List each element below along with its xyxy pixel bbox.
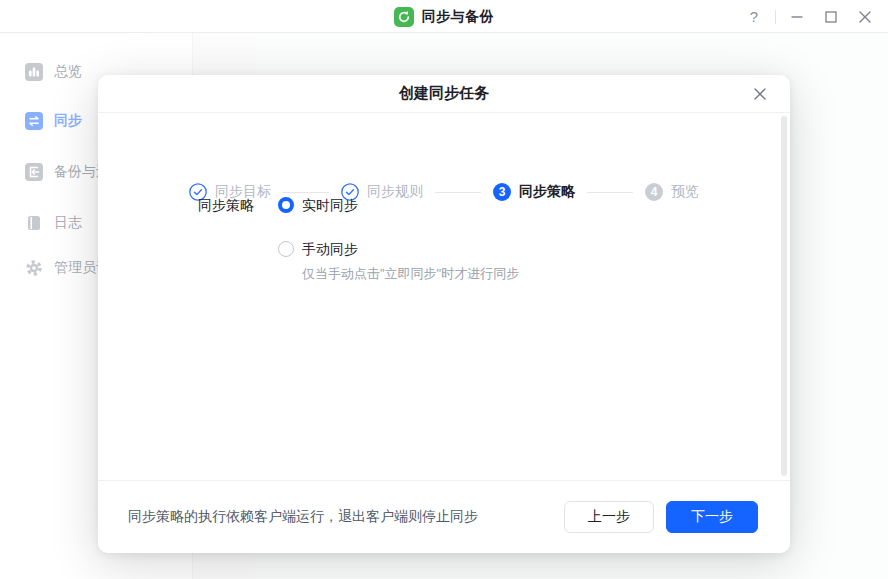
option-label: 实时同步	[302, 196, 358, 214]
help-icon: ?	[750, 8, 758, 25]
create-sync-task-dialog: 创建同步任务 同步目标	[98, 75, 790, 553]
dialog-scrollbar[interactable]	[781, 116, 787, 476]
step-preview[interactable]: 4 预览	[645, 183, 699, 201]
sync-strategy-options: 实时同步 手动同步 仅当手动点击"立即同步"时才进行同步	[278, 196, 519, 282]
app-title: 同步与备份	[422, 8, 495, 26]
admin-settings-icon	[25, 259, 43, 277]
radio-unselected[interactable]	[278, 241, 294, 257]
option-manual-sync[interactable]: 手动同步	[278, 240, 519, 258]
window-controls: ?	[741, 0, 878, 33]
option-label: 手动同步	[302, 240, 358, 258]
backup-restore-icon	[25, 163, 43, 181]
manual-sync-hint: 仅当手动点击"立即同步"时才进行同步	[302, 265, 519, 282]
dialog-body: 同步目标 同步规则 3 同步策略 4	[98, 113, 790, 480]
titlebar: 同步与备份 ?	[0, 0, 888, 33]
close-icon	[859, 11, 871, 23]
radio-selected[interactable]	[278, 197, 294, 213]
maximize-button[interactable]	[818, 4, 844, 30]
footer-note: 同步策略的执行依赖客户端运行，退出客户端则停止同步	[128, 508, 564, 526]
help-button[interactable]: ?	[741, 4, 767, 30]
dialog-title: 创建同步任务	[399, 84, 489, 103]
titlebar-divider	[775, 10, 776, 24]
step-connector	[435, 192, 481, 193]
overview-icon	[25, 63, 43, 81]
sidebar-item-label: 同步	[54, 112, 82, 130]
close-icon	[753, 87, 767, 101]
sidebar-item-label: 总览	[54, 63, 82, 81]
minimize-icon	[791, 11, 803, 23]
dialog-close-button[interactable]	[748, 82, 772, 106]
sync-app-icon	[394, 7, 414, 27]
minimize-button[interactable]	[784, 4, 810, 30]
close-window-button[interactable]	[852, 4, 878, 30]
step-connector	[587, 192, 633, 193]
next-step-button[interactable]: 下一步	[666, 501, 758, 533]
sync-strategy-field-label: 同步策略	[198, 196, 254, 214]
dialog-footer: 同步策略的执行依赖客户端运行，退出客户端则停止同步 上一步 下一步	[98, 480, 790, 553]
dialog-header: 创建同步任务	[98, 75, 790, 113]
previous-step-button[interactable]: 上一步	[564, 501, 654, 533]
step-connector	[283, 192, 329, 193]
step-label: 同步策略	[519, 183, 575, 201]
option-realtime-sync[interactable]: 实时同步	[278, 196, 519, 214]
maximize-icon	[825, 11, 837, 23]
step-label: 预览	[671, 183, 699, 201]
step-number-badge: 4	[645, 183, 663, 201]
sidebar-item-label: 日志	[54, 214, 82, 232]
sync-icon	[25, 112, 43, 130]
app-window: 同步与备份 ?	[0, 0, 888, 579]
log-icon	[25, 214, 43, 232]
